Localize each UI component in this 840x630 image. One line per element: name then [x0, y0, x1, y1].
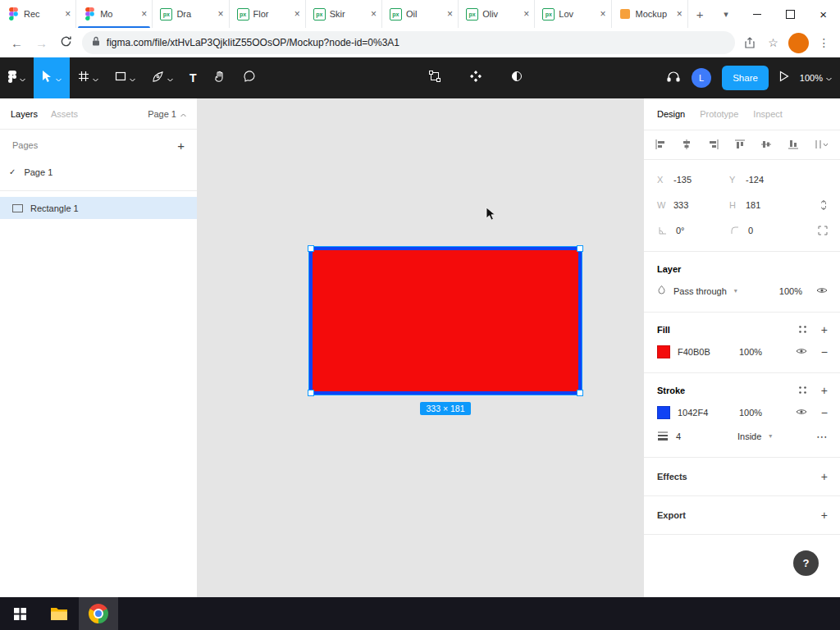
- browser-menu-kebab-icon[interactable]: ⋮: [816, 36, 832, 49]
- resize-handle-bottom-left[interactable]: [308, 390, 314, 396]
- align-bottom-icon[interactable]: [788, 139, 799, 152]
- align-right-icon[interactable]: [708, 139, 719, 152]
- collaborator-avatar[interactable]: L: [692, 68, 711, 88]
- file-explorer-button[interactable]: [39, 597, 79, 630]
- edit-object-button[interactable]: [420, 70, 450, 86]
- tab-close-icon[interactable]: ×: [294, 9, 300, 19]
- help-button[interactable]: ?: [793, 550, 819, 576]
- start-button[interactable]: [0, 597, 39, 630]
- hand-tool-button[interactable]: [205, 57, 235, 98]
- audio-headphones-icon[interactable]: [666, 70, 681, 86]
- pen-tool-button[interactable]: [144, 57, 181, 98]
- resize-handle-top-left[interactable]: [308, 245, 314, 252]
- tab-close-icon[interactable]: ×: [600, 9, 605, 19]
- y-position-field[interactable]: Y -124: [729, 167, 801, 192]
- stroke-opacity-value[interactable]: 100%: [739, 408, 777, 418]
- independent-corners-button[interactable]: [801, 217, 828, 243]
- rotation-field[interactable]: 0°: [657, 217, 729, 243]
- chrome-taskbar-button[interactable]: [79, 597, 118, 630]
- distribute-menu-icon[interactable]: [814, 139, 830, 152]
- width-field[interactable]: W 333: [657, 192, 729, 217]
- create-component-button[interactable]: [461, 70, 491, 86]
- back-button[interactable]: ←: [8, 36, 25, 50]
- url-omnibox[interactable]: figma.com/file/xtHvLaP3QjkIitZ55OOsOP/Mo…: [82, 31, 735, 54]
- styles-grid-icon[interactable]: [798, 325, 807, 336]
- window-minimize-button[interactable]: [740, 0, 774, 28]
- tab-close-icon[interactable]: ×: [523, 9, 529, 19]
- tab-close-icon[interactable]: ×: [65, 9, 71, 19]
- height-field[interactable]: H 181: [729, 192, 801, 217]
- browser-tab-6[interactable]: px Oil ×: [382, 0, 459, 28]
- x-position-field[interactable]: X -135: [657, 167, 729, 192]
- browser-tab-2-active[interactable]: Mo ×: [76, 0, 153, 28]
- use-as-mask-button[interactable]: [502, 70, 532, 86]
- tab-prototype[interactable]: Prototype: [700, 109, 738, 119]
- browser-tab-4[interactable]: px Flor ×: [230, 0, 306, 28]
- new-tab-button[interactable]: +: [688, 0, 712, 28]
- bookmark-star-icon[interactable]: ☆: [765, 36, 781, 49]
- align-vertical-center-icon[interactable]: [760, 139, 772, 152]
- fill-color-swatch[interactable]: [657, 345, 670, 358]
- tab-close-icon[interactable]: ×: [371, 9, 377, 19]
- share-button[interactable]: Share: [722, 66, 769, 90]
- align-left-icon[interactable]: [655, 139, 666, 152]
- page-selector[interactable]: Page 1: [148, 109, 186, 119]
- add-export-button[interactable]: +: [821, 509, 828, 521]
- fill-opacity-value[interactable]: 100%: [739, 347, 777, 357]
- add-fill-button[interactable]: +: [821, 324, 828, 336]
- window-close-button[interactable]: ×: [806, 0, 840, 28]
- frame-tool-button[interactable]: [70, 57, 107, 98]
- tab-design[interactable]: Design: [657, 109, 685, 119]
- window-maximize-button[interactable]: [774, 0, 807, 28]
- stroke-more-options-icon[interactable]: ⋯: [816, 431, 828, 442]
- layer-opacity-value[interactable]: 100%: [779, 286, 802, 296]
- remove-fill-icon[interactable]: −: [821, 346, 828, 358]
- resize-handle-bottom-right[interactable]: [577, 390, 583, 396]
- browser-tab-8[interactable]: px Lov ×: [535, 0, 611, 28]
- styles-grid-icon[interactable]: [798, 386, 807, 396]
- eye-visible-icon[interactable]: [796, 347, 807, 357]
- browser-tab-7[interactable]: px Oliv ×: [459, 0, 535, 28]
- forward-button[interactable]: →: [33, 36, 50, 50]
- selected-rectangle[interactable]: [309, 247, 582, 395]
- add-stroke-button[interactable]: +: [821, 385, 828, 396]
- resize-handle-top-right[interactable]: [577, 245, 583, 252]
- share-page-icon[interactable]: [742, 37, 758, 48]
- eye-visible-icon[interactable]: [816, 286, 828, 296]
- align-horizontal-center-icon[interactable]: [681, 139, 692, 152]
- tab-inspect[interactable]: Inspect: [753, 109, 782, 119]
- browser-tab-5[interactable]: px Skir ×: [306, 0, 382, 28]
- tab-close-icon[interactable]: ×: [218, 9, 224, 19]
- fill-hex-value[interactable]: F40B0B: [678, 347, 732, 357]
- text-tool-button[interactable]: T: [181, 57, 205, 98]
- design-canvas[interactable]: 333 × 181: [197, 98, 643, 597]
- browser-tab-1[interactable]: Rec ×: [0, 0, 76, 28]
- zoom-menu[interactable]: 100%: [800, 73, 832, 83]
- constrain-proportions-button[interactable]: [801, 192, 828, 217]
- browser-profile-avatar[interactable]: [788, 33, 809, 53]
- add-page-button[interactable]: +: [177, 139, 185, 153]
- tab-layers[interactable]: Layers: [11, 109, 38, 119]
- page-list-item[interactable]: ✓ Page 1: [0, 161, 197, 183]
- comment-tool-button[interactable]: [235, 57, 264, 98]
- figma-main-menu-button[interactable]: [0, 57, 34, 98]
- refresh-button[interactable]: [57, 35, 75, 50]
- eye-visible-icon[interactable]: [796, 408, 807, 418]
- align-top-icon[interactable]: [734, 139, 746, 152]
- browser-tab-9[interactable]: Mockup ×: [612, 0, 688, 28]
- tab-close-icon[interactable]: ×: [677, 9, 682, 19]
- shape-tool-button[interactable]: [107, 57, 144, 98]
- stroke-color-swatch[interactable]: [657, 406, 670, 419]
- blend-mode-value[interactable]: Pass through: [673, 286, 727, 296]
- tab-assets[interactable]: Assets: [51, 109, 78, 119]
- move-tool-button[interactable]: [34, 57, 70, 98]
- stroke-hex-value[interactable]: 1042F4: [678, 408, 732, 418]
- stroke-align-select[interactable]: Inside: [737, 431, 761, 441]
- tab-close-icon[interactable]: ×: [141, 9, 147, 19]
- present-play-icon[interactable]: [779, 71, 789, 85]
- layer-row-rectangle[interactable]: Rectangle 1: [0, 197, 197, 219]
- stroke-weight-value[interactable]: 4: [676, 431, 730, 441]
- tab-close-icon[interactable]: ×: [447, 9, 453, 19]
- remove-stroke-icon[interactable]: −: [821, 407, 828, 418]
- browser-tab-3[interactable]: px Dra ×: [153, 0, 229, 28]
